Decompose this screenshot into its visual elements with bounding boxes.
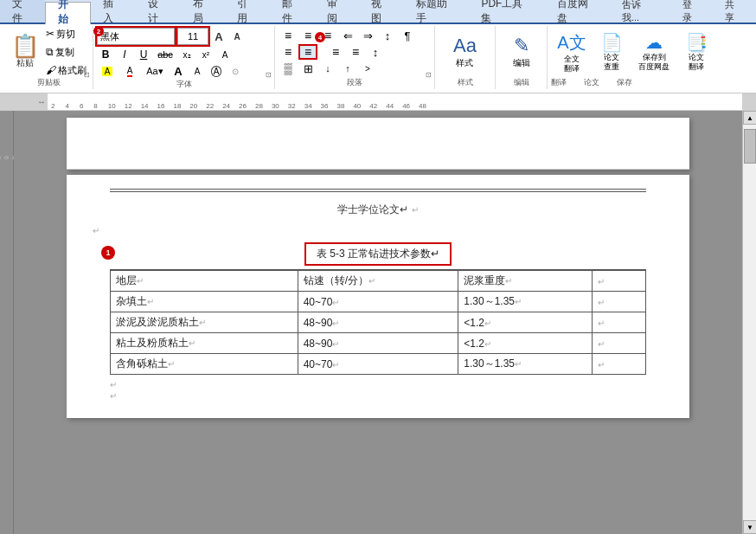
caption-cell: 表 5-3 正常钻进技术参数↵ — [111, 239, 646, 270]
post-table-return: ↵ — [110, 380, 646, 389]
font-size-aa-button[interactable]: Aa▾ — [142, 64, 168, 78]
tab-view[interactable]: 视图 — [359, 0, 404, 23]
font-label: 字体 — [176, 78, 192, 89]
doc-scroll: 学士学位论文↵ ↵ ↵ 1 表 5-3 正常钻进技术参数↵ — [14, 111, 742, 534]
table-row: 含角砾粘土↵ 40~70↵ 1.30～1.35↵ ↵ — [111, 354, 646, 375]
clipboard-expand-icon[interactable]: ⊡ — [84, 71, 90, 79]
scrollbar-thumb[interactable] — [744, 129, 756, 164]
font-name-input[interactable] — [97, 28, 175, 45]
tab-reference[interactable]: 引用 — [225, 0, 270, 23]
badge4: 4 — [315, 32, 325, 42]
font-grow-button[interactable]: A — [211, 29, 227, 44]
edit-label: 编辑 — [513, 57, 530, 69]
copy-label: 复制 — [55, 46, 74, 59]
row4-col4: ↵ — [593, 354, 646, 375]
font-color-button[interactable]: A — [119, 64, 140, 78]
table-caption-text: 表 5-3 正常钻进技术参数↵ — [304, 242, 452, 266]
document-table: 表 5-3 正常钻进技术参数↵ 地层↵ 钻速（转/分）↵ 泥浆重度↵ — [110, 239, 646, 375]
cut-button[interactable]: ✂ 剪切 — [43, 26, 89, 42]
row2-col1: 淤泥及淤泥质粘土↵ — [111, 312, 298, 333]
font-clear-button[interactable]: A — [216, 47, 234, 62]
font-a-button[interactable]: A — [189, 64, 206, 78]
paragraph-label: 段落 — [347, 76, 362, 88]
ruler-arrow-icon: ↔ — [37, 97, 46, 106]
table-row: 粘土及粉质粘土↵ 48~90↵ <1.2↵ ↵ — [111, 333, 646, 354]
italic-button[interactable]: I — [116, 47, 133, 62]
sort-button[interactable]: ↕ — [378, 28, 397, 43]
font-row3: A A Aa▾ A A A ⊙ — [97, 64, 244, 78]
paper-translate-button[interactable]: 📑 论文翻译 — [677, 29, 715, 74]
font-row2: 2 B I U abc x₂ x² A — [97, 47, 234, 62]
tab-title-helper[interactable]: 标题助手 — [404, 0, 469, 23]
row2-col2: 48~90↵ — [298, 312, 458, 333]
tab-baidu[interactable]: 百度网盘 — [545, 0, 610, 23]
align-right-button[interactable]: ≡ — [326, 44, 345, 60]
font-circle-button[interactable]: A — [208, 64, 225, 78]
border-button[interactable]: ⊞ — [298, 61, 317, 76]
table-header-row: 地层↵ 钻速（转/分）↵ 泥浆重度↵ ↵ — [111, 270, 646, 292]
translation-area-label: 翻译 论文 保存 — [551, 76, 717, 88]
tab-insert[interactable]: 插入 — [91, 0, 136, 23]
paste-button[interactable]: 📋 粘贴 — [9, 29, 42, 74]
line-spacing-button[interactable]: ↕ — [366, 44, 385, 60]
col-indent-btn[interactable]: ↓ — [318, 61, 337, 76]
font-size-input[interactable] — [177, 28, 208, 45]
indent-less-button[interactable]: ⇐ — [338, 28, 357, 43]
show-marks-button[interactable]: ¶ — [398, 28, 417, 43]
ruler-main: 2 4 6 8 10 12 14 16 18 20 22 24 26 28 30… — [48, 93, 742, 110]
tab-mail[interactable]: 邮件 — [270, 0, 315, 23]
copy-button[interactable]: ⧉ 复制 — [43, 44, 89, 61]
scroll-down-button[interactable]: ▼ — [743, 520, 756, 534]
scissors-icon: ✂ — [46, 28, 54, 40]
tab-review[interactable]: 审阅 — [315, 0, 360, 23]
editing-button[interactable]: ✎ 编辑 — [507, 29, 536, 74]
font-shrink-button[interactable]: A — [229, 29, 245, 44]
style-button[interactable]: Aa 样式 — [447, 29, 483, 74]
paper-check-label: 论文查重 — [604, 53, 619, 72]
indent-more-button[interactable]: ⇒ — [358, 28, 377, 43]
down-arrow-btn[interactable]: ↑ — [338, 61, 357, 76]
tab-home[interactable]: 开始 — [45, 2, 92, 24]
align-left-button[interactable]: ≡ — [279, 44, 298, 60]
tab-file[interactable]: 文件 — [0, 0, 45, 23]
align-center-button[interactable]: ≡ — [298, 44, 317, 60]
paper-check-button[interactable]: 📄 论文查重 — [593, 29, 631, 74]
share-btn[interactable]: 共享 — [713, 0, 756, 23]
row3-col4: ↵ — [593, 333, 646, 354]
content-area: 1 2 4 6 8 10 12 学士学位论文↵ — [0, 111, 756, 534]
tell-me-btn[interactable]: 吿诉我... — [610, 0, 670, 23]
scroll-up-button[interactable]: ▲ — [743, 111, 756, 125]
paste-label: 粘贴 — [16, 57, 34, 69]
table-row: 杂填土↵ 40~70↵ 1.30～1.35↵ ↵ — [111, 292, 646, 312]
login-btn[interactable]: 登录 — [670, 0, 714, 23]
tab-design[interactable]: 设计 — [136, 0, 181, 23]
tab-pdf-tools[interactable]: PDF工具集 — [469, 0, 544, 23]
page-top-line2 — [110, 191, 646, 192]
table-row: 淤泥及淤泥质粘土↵ 48~90↵ <1.2↵ ↵ — [111, 312, 646, 333]
subscript-button[interactable]: x₂ — [178, 47, 195, 62]
underline-button[interactable]: U — [135, 47, 152, 62]
tab-layout[interactable]: 布局 — [181, 0, 226, 23]
app-window: 文件 开始 插入 设计 布局 引用 邮件 审阅 视图 标题助手 PDF工具集 百… — [0, 0, 756, 534]
para-extra-btn[interactable]: > — [358, 61, 377, 76]
strikethrough-button[interactable]: abc — [154, 47, 176, 62]
superscript-button[interactable]: x² — [197, 47, 215, 62]
paste-icon: 📋 — [11, 35, 39, 57]
font-expand-icon[interactable]: ⊡ — [266, 71, 272, 79]
justify-button[interactable]: ≡ — [346, 44, 365, 60]
bold-button[interactable]: B — [97, 47, 114, 62]
font-A-button[interactable]: A — [170, 64, 187, 78]
header-col2: 钻速（转/分）↵ — [298, 270, 458, 292]
save-baidu-button[interactable]: ☁ 保存到百度网盘 — [632, 29, 676, 74]
row3-col1: 粘土及粉质粘土↵ — [111, 333, 298, 354]
row4-col3: 1.30～1.35↵ — [458, 354, 593, 375]
row3-col3: <1.2↵ — [458, 333, 593, 354]
translation-section: A文 全文翻译 📄 论文查重 ☁ 保存到百度网盘 📑 论文翻译 — [548, 26, 721, 89]
font-extra-button[interactable]: ⊙ — [227, 64, 244, 78]
shading-button[interactable]: ▒ — [279, 61, 298, 76]
ruler-right-margin — [742, 93, 756, 110]
highlight-color-button[interactable]: A — [97, 64, 118, 78]
full-translate-button[interactable]: A文 全文翻译 — [553, 29, 591, 74]
para-expand-icon[interactable]: ⊡ — [426, 71, 432, 79]
bullets-button[interactable]: ≡ — [279, 28, 298, 43]
